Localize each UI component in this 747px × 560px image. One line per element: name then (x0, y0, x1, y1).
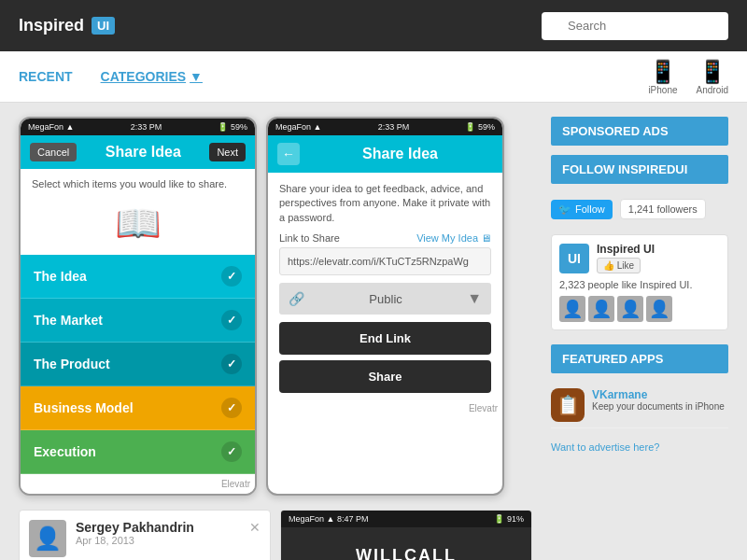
nav-categories[interactable]: CATEGORIES ▼ (101, 69, 203, 84)
user-date: Apr 18, 2013 (76, 535, 194, 546)
android-label: Android (697, 85, 728, 95)
menu-item-idea[interactable]: The Idea ✓ (21, 255, 255, 299)
facebook-box: UI Inspired UI 👍 Like 2,323 people like … (551, 234, 728, 330)
bottom-battery: 🔋 91% (494, 514, 524, 524)
fb-header: UI Inspired UI 👍 Like (559, 243, 720, 273)
screen1-title: Share Idea (84, 144, 202, 161)
close-button[interactable]: ✕ (249, 520, 261, 535)
execution-check: ✓ (221, 441, 242, 462)
app-item: 📋 VKarmane Keep your documents in iPhone (551, 383, 728, 428)
follow-row: 🐦 Follow 1,241 followers (551, 193, 728, 225)
carrier-1: MegaFon ▲ (28, 122, 74, 132)
idea-label: The Idea (34, 269, 87, 284)
fb-like-button[interactable]: 👍 Like (597, 258, 641, 273)
fb-desc: 2,323 people like Inspired UI. (559, 279, 720, 290)
book-icon: 📖 (115, 202, 162, 245)
end-link-button[interactable]: End Link (279, 322, 491, 355)
search-input[interactable] (542, 12, 728, 40)
fb-logo: UI (559, 244, 589, 273)
fb-avatar-2: 👤 (588, 296, 614, 322)
menu-item-execution[interactable]: Execution ✓ (21, 430, 255, 474)
fb-avatars: 👤 👤 👤 👤 (559, 296, 720, 322)
screen2-desc: Share your idea to get feedback, advice,… (268, 173, 502, 232)
phone1-footer: Elevatr (21, 474, 255, 494)
screen1-header: Cancel Share Idea Next (21, 135, 255, 169)
fb-name: Inspired UI (597, 243, 655, 256)
app-name[interactable]: VKarmane (592, 388, 728, 401)
phone2-footer-text: Elevatr (469, 403, 498, 413)
sponsored-ads-title: SPONSORED ADS (551, 117, 728, 146)
nav-categories-label: CATEGORIES (101, 69, 187, 84)
product-check: ✓ (221, 354, 242, 374)
status-icons-1: 🔋 59% (218, 122, 247, 132)
nav-right: 📱 iPhone 📱 Android (648, 59, 728, 95)
battery-icon-1: 🔋 59% (218, 122, 247, 132)
business-check: ✓ (221, 398, 242, 418)
public-label: Public (314, 285, 458, 314)
logo-badge: UI (92, 17, 115, 35)
main-content: MegaFon ▲ 2:33 PM 🔋 59% Cancel Share Ide… (0, 103, 747, 510)
idea-check: ✓ (221, 266, 242, 287)
link-icon: 🔗 (279, 284, 314, 314)
view-idea-link[interactable]: View My Idea 🖥 (416, 232, 491, 244)
app-icon: 📋 (551, 388, 585, 422)
bottom-card-phone: MegaFon ▲ 8:47 PM 🔋 91% WILLCALL (280, 510, 532, 560)
nav-recent[interactable]: RECENT (19, 69, 73, 84)
view-idea-text: View My Idea (416, 232, 478, 244)
market-label: The Market (34, 313, 103, 328)
menu-item-business[interactable]: Business Model ✓ (21, 386, 255, 430)
menu-item-market[interactable]: The Market ✓ (21, 299, 255, 343)
nav: RECENT CATEGORIES ▼ 📱 iPhone 📱 Android (0, 51, 747, 103)
next-button[interactable]: Next (209, 143, 246, 161)
screen2-header: ← Share Idea (268, 135, 502, 173)
link-label: Link to Share (279, 232, 340, 244)
execution-label: Execution (34, 444, 96, 459)
status-bar-2: MegaFon ▲ 2:33 PM 🔋 59% (268, 119, 502, 135)
followers-badge: 1,241 followers (620, 199, 706, 219)
screen1-subtitle: Select which items you would like to sha… (21, 169, 255, 197)
status-icons-2: 🔋 59% (465, 122, 495, 132)
nav-left: RECENT CATEGORIES ▼ (19, 69, 203, 84)
time-2: 2:33 PM (378, 122, 410, 132)
featured-apps-title: FEATURED APPS (551, 344, 728, 373)
user-name: Sergey Pakhandrin (76, 520, 194, 535)
device-iphone-btn[interactable]: 📱 iPhone (648, 59, 677, 95)
phone2-footer: Elevatr (268, 399, 502, 418)
twitter-icon: 🐦 (558, 203, 571, 216)
chevron-down-icon: ▼ (190, 69, 203, 84)
fb-avatar-4: 👤 (646, 296, 672, 322)
iphone-label: iPhone (648, 85, 677, 95)
fb-name-area: Inspired UI 👍 Like (597, 243, 655, 273)
twitter-follow-button[interactable]: 🐦 Follow (551, 200, 613, 219)
logo-area: Inspired UI (19, 16, 115, 35)
device-android-btn[interactable]: 📱 Android (697, 59, 728, 95)
user-info: Sergey Pakhandrin Apr 18, 2013 (76, 520, 194, 546)
back-button[interactable]: ← (277, 143, 300, 165)
search-wrapper: 🔍 (542, 12, 728, 40)
phone1-footer-text: Elevatr (221, 479, 250, 489)
time-1: 2:33 PM (131, 122, 162, 132)
fb-avatar-3: 👤 (617, 296, 643, 322)
bottom-status: MegaFon ▲ 8:47 PM (289, 514, 368, 524)
share-button[interactable]: Share (279, 360, 491, 393)
iphone-icon: 📱 (649, 59, 677, 85)
book-icon-area: 📖 (21, 197, 255, 255)
business-label: Business Model (34, 400, 134, 415)
screenshots-area: MegaFon ▲ 2:33 PM 🔋 59% Cancel Share Ide… (19, 117, 537, 496)
public-row: 🔗 Public ▼ (279, 283, 491, 315)
advertise-link[interactable]: Want to advertise here? (551, 441, 728, 453)
cancel-button[interactable]: Cancel (30, 143, 77, 161)
status-bar-1: MegaFon ▲ 2:33 PM 🔋 59% (21, 119, 255, 135)
screen2-title: Share Idea (307, 146, 493, 162)
product-label: The Product (34, 357, 110, 371)
link-share-row: Link to Share View My Idea 🖥 (268, 232, 502, 247)
app-name-display: WILLCALL (356, 546, 457, 560)
battery-icon-2: 🔋 59% (465, 122, 495, 132)
link-input[interactable]: https://elevatr.com/i/KTuCTz5RNzpaWg (279, 247, 491, 275)
follow-title: FOLLOW INSPIREDUI (551, 155, 728, 184)
android-icon: 📱 (698, 59, 726, 85)
dropdown-arrow-icon[interactable]: ▼ (458, 283, 491, 315)
header: Inspired UI 🔍 (0, 0, 747, 51)
fb-avatar-1: 👤 (559, 296, 585, 322)
menu-item-product[interactable]: The Product ✓ (21, 343, 255, 386)
